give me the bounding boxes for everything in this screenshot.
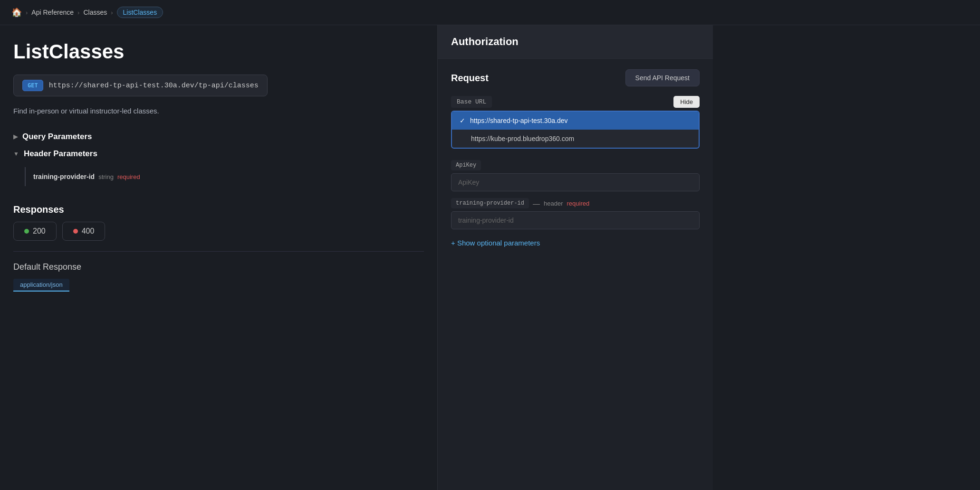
param-type: string [98,173,114,180]
base-url-dropdown[interactable]: ✓ https://shared-tp-api-test.30a.dev htt… [451,111,700,149]
home-icon[interactable]: 🏠 [11,7,22,18]
base-url-row: Base URL Hide [451,96,700,108]
dropdown-list: ✓ https://shared-tp-api-test.30a.dev htt… [451,111,700,149]
auth-header: Authorization [438,25,713,59]
auth-title: Authorization [451,36,700,48]
query-params-label: Query Parameters [22,132,92,141]
endpoint-bar: GET https://shared-tp-api-test.30a.dev/t… [13,75,268,96]
dot-red [73,229,78,234]
breadcrumb: 🏠 › Api Reference › Classes › ListClasse… [0,0,980,25]
header-params-content: training-provider-id string required [13,162,424,191]
param-row-training-provider: training-provider-id string required [25,167,424,186]
apikey-input[interactable] [451,173,700,191]
training-provider-input[interactable] [451,211,700,229]
show-optional-parameters[interactable]: + Show optional parameters [451,239,700,247]
apikey-section: ApiKey [451,155,700,191]
response-buttons: 200 400 [13,222,424,241]
dot-green [24,229,29,234]
right-panel: Authorization Request Send API Request B… [437,25,713,490]
header-params-arrow: ▼ [13,151,19,157]
header-params-label: Header Parameters [24,149,97,159]
show-optional-label: + Show optional parameters [451,239,540,247]
request-top: Request Send API Request [451,69,700,86]
param-required: required [117,173,140,180]
responses-section: Responses 200 400 [13,204,424,241]
method-badge: GET [22,80,43,91]
default-response-label: Default Response [13,262,424,272]
breadcrumb-classes[interactable]: Classes [83,9,107,16]
header-params-header[interactable]: ▼ Header Parameters [13,145,424,162]
description: Find in-person or virtual instructor-led… [13,107,424,115]
apikey-label: ApiKey [451,160,481,170]
dropdown-option-test-label: https://shared-tp-api-test.30a.dev [470,117,567,124]
training-provider-section: training-provider-id — header required [451,198,700,229]
query-params-header[interactable]: ▶ Query Parameters [13,128,424,145]
query-params-arrow: ▶ [13,133,18,140]
response-400-button[interactable]: 400 [62,222,106,241]
hide-button[interactable]: Hide [673,96,700,108]
tag-badge[interactable]: application/json [13,279,69,292]
responses-header: Responses [13,204,424,215]
training-header-row: training-provider-id — header required [451,198,700,208]
left-panel: ListClasses GET https://shared-tp-api-te… [0,25,437,490]
separator-1: › [26,9,28,16]
header-context: header [544,200,563,207]
check-icon: ✓ [460,117,465,124]
separator-2: › [77,9,79,16]
param-name: training-provider-id [33,173,95,180]
breadcrumb-api-reference[interactable]: Api Reference [31,9,74,16]
request-title: Request [451,73,489,84]
response-200-button[interactable]: 200 [13,222,57,241]
dropdown-option-prod[interactable]: https://kube-prod.bluedrop360.com [452,130,699,148]
send-api-request-button[interactable]: Send API Request [625,69,700,86]
base-url-label: Base URL [451,96,492,108]
response-200-label: 200 [33,227,46,236]
divider [13,251,424,252]
dash: — [533,199,540,207]
dropdown-option-test[interactable]: ✓ https://shared-tp-api-test.30a.dev [452,112,699,130]
page-title: ListClasses [13,40,424,63]
response-400-label: 400 [82,227,95,236]
endpoint-url: https://shared-tp-api-test.30a.dev/tp-ap… [49,82,259,90]
separator-3: › [111,9,113,16]
dropdown-option-prod-label: https://kube-prod.bluedrop360.com [471,135,574,142]
breadcrumb-listclasses[interactable]: ListClasses [117,7,163,18]
request-section: Request Send API Request Base URL Hide ✓… [438,59,713,257]
training-provider-label: training-provider-id [451,198,529,208]
training-required: required [567,200,590,207]
